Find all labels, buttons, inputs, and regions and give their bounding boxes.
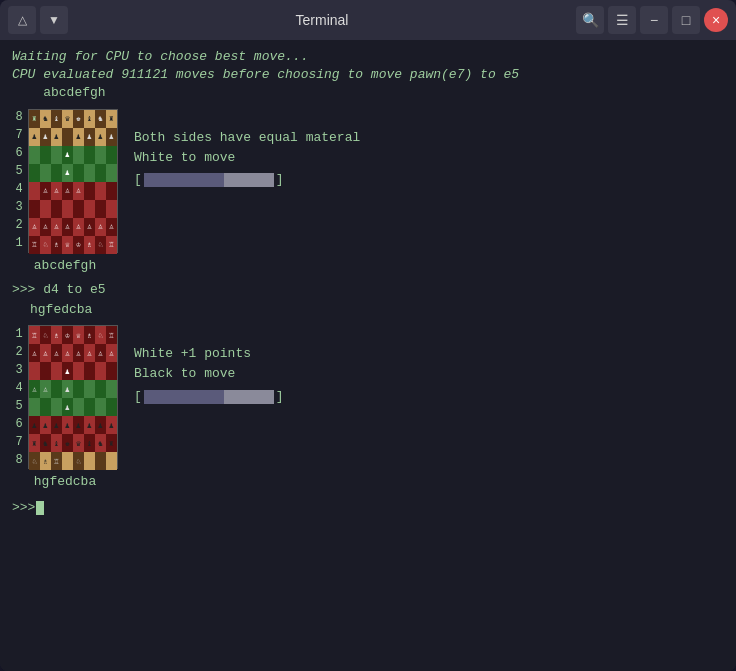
close-btn[interactable]: × [704,8,728,32]
search-btn[interactable]: 🔍 [576,6,604,34]
board2-wrapper: 1 2 3 4 5 6 7 8 ♖ ♘ ♗ [12,325,118,491]
titlebar: △ ▼ Terminal 🔍 ☰ − □ × [0,0,736,40]
rank-2: 2 [12,217,26,235]
board1-section: 8 7 6 5 4 3 2 1 ♜ ♞ ♝ [12,109,724,275]
rank-3: 3 [12,199,26,217]
hamburger-btn[interactable]: ☰ [608,6,636,34]
rank2-3: 3 [12,361,26,379]
status-line-2: CPU evaluated 911121 moves before choosi… [12,66,724,84]
rank-4: 4 [12,181,26,199]
menu-icon-btn[interactable]: △ [8,6,36,34]
rank2-6: 6 [12,415,26,433]
prompt-line: >>> [12,499,724,517]
dropdown-btn[interactable]: ▼ [40,6,68,34]
board2-rank-labels: 1 2 3 4 5 6 7 8 [12,325,26,469]
chess-board-1: ♜ ♞ ♝ ♛ ♚ ♝ ♞ ♜ ♟ ♟ ♟ ♟ ♟ [28,109,118,253]
board1-progress-open: [ [134,171,142,189]
board1-with-ranks: 8 7 6 5 4 3 2 1 ♜ ♞ ♝ [12,109,118,253]
board2-info-line2: Black to move [134,365,284,383]
board2-name: hgfedcba [34,473,96,491]
board2-progress-left [144,390,224,404]
board2-progress-right [224,390,274,404]
board2-progress-bar [144,390,274,404]
maximize-btn[interactable]: □ [672,6,700,34]
chess-board-2: ♖ ♘ ♗ ♔ ♕ ♗ ♘ ♖ ♙ ♙ ♙ ♙ ♙ ♙ [28,325,118,469]
board2-info: White +1 points Black to move [ ] [134,325,284,406]
move-line: >>> d4 to e5 [12,281,724,299]
board1-file-header: abcdefgh [12,84,724,102]
board1-info: Both sides have equal materal White to m… [134,109,360,190]
rank2-4: 4 [12,379,26,397]
board2-progress: [ ] [134,388,284,406]
board1-rank-labels: 8 7 6 5 4 3 2 1 [12,109,26,253]
board1-progress-left [144,173,224,187]
board1-progress-bar [144,173,274,187]
board1-name: abcdefgh [34,257,96,275]
board1-wrapper: 8 7 6 5 4 3 2 1 ♜ ♞ ♝ [12,109,118,275]
board2-with-ranks: 1 2 3 4 5 6 7 8 ♖ ♘ ♗ [12,325,118,469]
terminal-body[interactable]: Waiting for CPU to choose best move... C… [0,40,736,671]
status-line-1: Waiting for CPU to choose best move... [12,48,724,66]
rank2-5: 5 [12,397,26,415]
titlebar-right: 🔍 ☰ − □ × [576,6,728,34]
cursor [36,501,44,515]
board2-progress-open: [ [134,388,142,406]
board2-info-line1: White +1 points [134,345,284,363]
prompt-text: >>> [12,499,35,517]
rank-6: 6 [12,145,26,163]
rank2-8: 8 [12,451,26,469]
titlebar-left: △ ▼ [8,6,68,34]
board1-progress: [ ] [134,171,360,189]
rank2-2: 2 [12,343,26,361]
rank-1: 1 [12,235,26,253]
rank2-1: 1 [12,325,26,343]
window-title: Terminal [296,12,349,28]
board1-progress-right [224,173,274,187]
board2-rank-header: hgfedcba [12,301,724,319]
board2-progress-close: ] [276,388,284,406]
board1-info-line2: White to move [134,149,360,167]
board1-info-line1: Both sides have equal materal [134,129,360,147]
minimize-btn[interactable]: − [640,6,668,34]
board1-progress-close: ] [276,171,284,189]
board2-section: 1 2 3 4 5 6 7 8 ♖ ♘ ♗ [12,325,724,491]
rank-7: 7 [12,127,26,145]
rank-8: 8 [12,109,26,127]
rank2-7: 7 [12,433,26,451]
rank-5: 5 [12,163,26,181]
terminal-window: △ ▼ Terminal 🔍 ☰ − □ × Waiting for CPU t… [0,0,736,671]
